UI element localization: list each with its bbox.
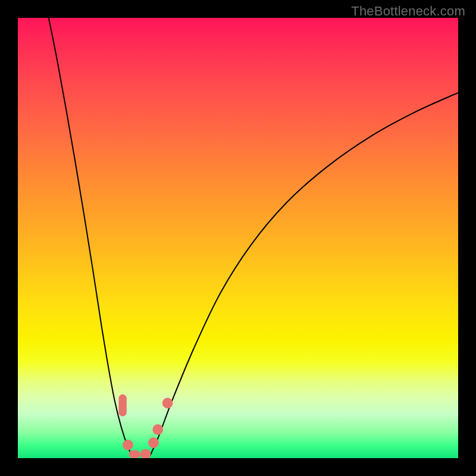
marker-dot — [152, 424, 163, 435]
right-branch-curve — [150, 93, 458, 456]
curve-overlay — [18, 18, 458, 458]
marker-dot — [123, 440, 133, 450]
marker-pill — [118, 394, 126, 416]
marker-group — [118, 394, 173, 458]
marker-dot — [148, 437, 159, 448]
marker-dot — [140, 449, 151, 458]
chart-container: TheBottleneck.com — [0, 0, 476, 476]
marker-pill — [129, 450, 140, 458]
plot-area — [18, 18, 458, 458]
left-branch-curve — [49, 18, 133, 456]
marker-dot — [162, 398, 173, 409]
watermark-text: TheBottleneck.com — [351, 4, 465, 19]
